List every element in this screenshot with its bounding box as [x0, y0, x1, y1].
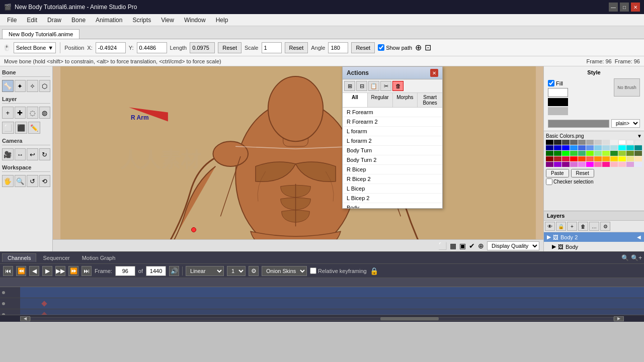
- menu-item-view[interactable]: View: [156, 16, 179, 25]
- color-gold[interactable]: [610, 156, 618, 161]
- action-r-bicep[interactable]: R Bicep: [343, 165, 442, 174]
- camera-tool1[interactable]: 🎥: [2, 148, 14, 160]
- color-nearwhite[interactable]: [610, 140, 618, 145]
- color-darkcyan[interactable]: [626, 145, 634, 150]
- color-white3[interactable]: [634, 140, 642, 145]
- color-orangered[interactable]: [578, 156, 586, 161]
- tab-regular[interactable]: Regular: [368, 93, 393, 107]
- layer-tool2[interactable]: ✚: [15, 107, 26, 119]
- color-red[interactable]: [570, 156, 578, 161]
- reset2-button[interactable]: Reset: [285, 42, 308, 53]
- dq-icon3[interactable]: ▣: [459, 242, 466, 250]
- layer-tool3[interactable]: ◌: [27, 107, 38, 119]
- camera-tool2[interactable]: ↔: [15, 148, 26, 160]
- total-frames-input[interactable]: [146, 266, 166, 276]
- color-white2[interactable]: [626, 140, 634, 145]
- color-powderblue[interactable]: [610, 145, 618, 150]
- color-medgreen[interactable]: [578, 151, 586, 156]
- menu-item-animation[interactable]: Animation: [91, 16, 127, 25]
- color-cornblue[interactable]: [586, 145, 594, 150]
- reset1-button[interactable]: Reset: [218, 42, 242, 53]
- dq-icon5[interactable]: ⊕: [478, 242, 484, 250]
- tl-zoom-in-icon[interactable]: 🔍+: [631, 254, 642, 261]
- channel-dropdown[interactable]: 1: [227, 266, 246, 276]
- layer-item-body[interactable]: ▶ 🖼 Body: [544, 242, 644, 251]
- menu-item-scripts[interactable]: Scripts: [127, 16, 156, 25]
- tl-tab-sequencer[interactable]: Sequencer: [37, 253, 75, 262]
- action-r-forearm2[interactable]: R Forearm 2: [343, 117, 442, 127]
- display-quality-dropdown[interactable]: Display Quality High Medium Low: [487, 241, 539, 250]
- no-brush-button[interactable]: No Brush: [614, 78, 640, 97]
- ws-tool4[interactable]: ⟲: [39, 175, 51, 187]
- color-gray4[interactable]: [586, 140, 594, 145]
- relative-keyframing-checkbox[interactable]: [310, 267, 316, 274]
- onion-skins-dropdown[interactable]: Onion Skins: [262, 266, 307, 276]
- ws-tool2[interactable]: 🔍: [15, 175, 26, 187]
- color-purple[interactable]: [546, 162, 553, 167]
- color-hotpink[interactable]: [594, 162, 602, 167]
- close-button[interactable]: ✕: [631, 3, 640, 12]
- act-btn-1[interactable]: ⊞: [344, 81, 355, 91]
- color-firebrick[interactable]: [554, 156, 561, 161]
- x-input[interactable]: [96, 42, 126, 53]
- color-crimson[interactable]: [562, 156, 570, 161]
- color-cyan[interactable]: [618, 145, 626, 150]
- layer-tool-more[interactable]: …: [589, 222, 599, 231]
- track-area-2[interactable]: [20, 298, 644, 309]
- scale-input[interactable]: [262, 42, 282, 53]
- color-lawngreen[interactable]: [586, 151, 594, 156]
- act-btn-3[interactable]: 📋: [368, 81, 379, 91]
- scroll-right-btn[interactable]: ▶: [614, 316, 624, 321]
- color-darkorange[interactable]: [594, 156, 602, 161]
- act-btn-2[interactable]: ⊟: [356, 81, 367, 91]
- menu-item-file[interactable]: File: [2, 16, 22, 25]
- timeline-scrollbar-track[interactable]: [30, 317, 614, 321]
- color-white[interactable]: [618, 140, 626, 145]
- color-yellow[interactable]: [618, 156, 626, 161]
- plain-dropdown[interactable]: plain>: [611, 119, 640, 128]
- camera-tool4[interactable]: ↻: [39, 148, 51, 160]
- color-blue2[interactable]: [562, 145, 570, 150]
- color-darkred[interactable]: [546, 156, 553, 161]
- main-tab[interactable]: New Body Tutorial6.anime: [2, 29, 79, 39]
- track-area-1[interactable]: [20, 287, 644, 298]
- reset3-button[interactable]: Reset: [351, 42, 375, 53]
- color-lavender[interactable]: [634, 162, 642, 167]
- color-dodgerblue[interactable]: [570, 145, 578, 150]
- tl-tab-channels[interactable]: Channels: [2, 253, 36, 262]
- show-path-checkbox[interactable]: [378, 44, 384, 51]
- checker-selection-checkbox[interactable]: [546, 178, 552, 185]
- layer-tool1[interactable]: +: [2, 107, 14, 119]
- fill-color-swatch[interactable]: [548, 88, 568, 97]
- dq-icon4[interactable]: ✔: [469, 242, 475, 250]
- checker-selection-label[interactable]: Checker selection: [546, 178, 593, 185]
- color-forestgreen[interactable]: [610, 151, 618, 156]
- audio-btn[interactable]: 🔊: [169, 266, 179, 276]
- relative-keyframing-label[interactable]: Relative keyframing: [310, 267, 367, 274]
- color-orchid[interactable]: [570, 162, 578, 167]
- go-to-end-button[interactable]: ⏭: [82, 266, 92, 276]
- color-darkblue[interactable]: [546, 145, 553, 150]
- timeline-scrollbar[interactable]: ◀ ▶: [0, 315, 644, 322]
- length-input[interactable]: [190, 42, 215, 53]
- color-magenta[interactable]: [586, 162, 594, 167]
- action-l-bicep[interactable]: L Bicep: [343, 184, 442, 194]
- action-body[interactable]: Body: [343, 203, 442, 208]
- move-bone-tool[interactable]: 🦴: [2, 80, 14, 92]
- layer-tool-eye[interactable]: 👁: [545, 222, 555, 231]
- reset-color-button[interactable]: Reset: [571, 169, 594, 177]
- color-darkgray[interactable]: [554, 140, 561, 145]
- ws-tool3[interactable]: ↺: [27, 175, 38, 187]
- color-gray1[interactable]: [562, 140, 570, 145]
- step-forward-button[interactable]: ▶▶: [55, 266, 65, 276]
- color-tomato[interactable]: [586, 156, 594, 161]
- color-darkviolet[interactable]: [554, 162, 561, 167]
- timeline-scrollbar-thumb[interactable]: [380, 317, 439, 320]
- color-lightgray[interactable]: [594, 140, 602, 145]
- bone-tool4[interactable]: ⬡: [39, 80, 51, 92]
- next-keyframe-button[interactable]: ⏩: [68, 266, 78, 276]
- color-gray3[interactable]: [578, 140, 586, 145]
- action-l-forarm[interactable]: L forarm: [343, 127, 442, 136]
- color-yellowgreen[interactable]: [618, 151, 626, 156]
- color-lightgreen[interactable]: [594, 151, 602, 156]
